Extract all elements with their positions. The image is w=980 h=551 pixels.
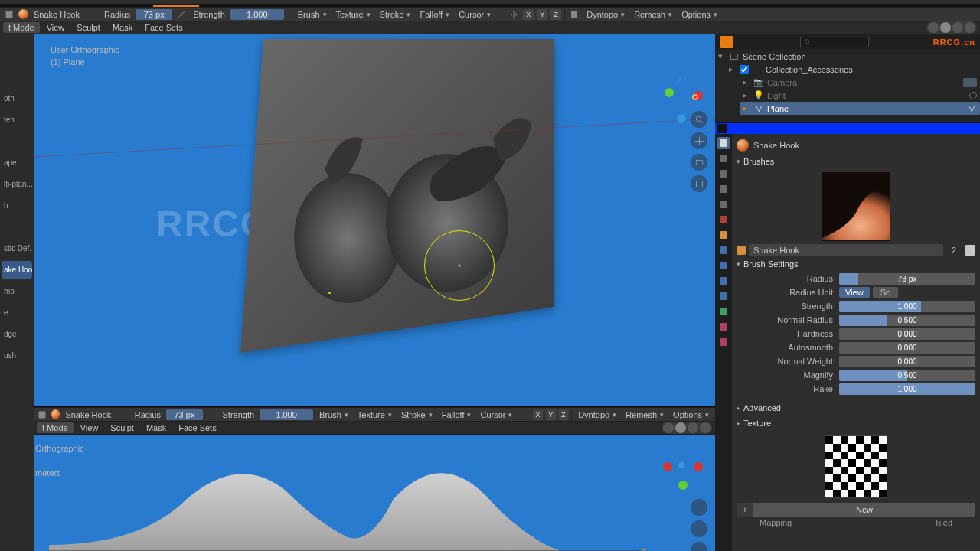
- pressure-radius-icon[interactable]: [206, 409, 217, 421]
- tab-particles[interactable]: [717, 259, 730, 272]
- mirror-icon[interactable]: [508, 8, 520, 21]
- tab-output[interactable]: [717, 168, 730, 180]
- cursor-menu[interactable]: Cursor: [456, 10, 494, 19]
- sculpt-menu[interactable]: Sculpt: [71, 22, 106, 33]
- brush-thumb-icon[interactable]: [18, 9, 28, 19]
- slider[interactable]: 0.000: [839, 342, 975, 354]
- tool-5[interactable]: ape: [2, 154, 32, 171]
- slider[interactable]: 0.000: [839, 328, 975, 340]
- tool-7[interactable]: h: [2, 197, 32, 214]
- facesets-menu[interactable]: Face Sets: [173, 422, 222, 433]
- radius-unit-view[interactable]: View: [839, 287, 870, 298]
- tab-object[interactable]: [717, 229, 730, 241]
- mask-menu[interactable]: Mask: [107, 22, 138, 33]
- tool-8[interactable]: [2, 218, 32, 236]
- viewport-bottom[interactable]: Snake Hook Radius 73 px Strength 1.000 B…: [34, 406, 715, 551]
- slider[interactable]: 73 px: [839, 273, 975, 285]
- mirror-icon[interactable]: [518, 409, 530, 421]
- slider[interactable]: 0.500: [839, 370, 975, 381]
- cursor-menu[interactable]: Cursor: [477, 410, 515, 419]
- brush-menu[interactable]: Brush: [316, 410, 351, 419]
- tab-physics[interactable]: [717, 275, 730, 287]
- editor-type-icon[interactable]: [3, 8, 15, 21]
- tool-11[interactable]: mb: [2, 282, 32, 300]
- mirror-x[interactable]: X: [523, 9, 534, 20]
- strength-field[interactable]: 1.000: [260, 409, 313, 420]
- mode-selector[interactable]: t Mode: [37, 422, 74, 433]
- outliner-item[interactable]: ▸ 💡 Light: [715, 89, 980, 102]
- options-menu[interactable]: Options: [670, 410, 712, 419]
- dyntopo-menu[interactable]: Dyntopo: [583, 10, 628, 19]
- search-input[interactable]: [800, 37, 869, 47]
- tool-9[interactable]: stic Def...: [2, 240, 32, 257]
- camera-icon[interactable]: [691, 154, 707, 171]
- brush-datablock-icon[interactable]: [737, 246, 746, 255]
- nav-gizmo-bottom[interactable]: [660, 441, 706, 487]
- camera-icon[interactable]: [691, 542, 707, 551]
- remesh-menu[interactable]: Remesh: [622, 410, 667, 419]
- slider[interactable]: 1.000: [839, 301, 975, 312]
- face-sets-icon[interactable]: [568, 8, 580, 21]
- tool-1[interactable]: [2, 68, 32, 86]
- add-texture-button[interactable]: +: [737, 503, 753, 517]
- tool-snake-hook[interactable]: ake Hook: [2, 261, 32, 279]
- texture-menu[interactable]: Texture: [354, 410, 395, 419]
- mask-menu[interactable]: Mask: [141, 422, 172, 433]
- tool-13[interactable]: dge: [2, 325, 32, 343]
- tab-material[interactable]: [717, 321, 730, 333]
- brush-menu[interactable]: Brush: [295, 10, 330, 19]
- zoom-icon[interactable]: [691, 499, 707, 516]
- collection-checkbox[interactable]: [740, 65, 749, 74]
- stroke-menu[interactable]: Stroke: [377, 10, 414, 19]
- tab-view-layer[interactable]: [717, 183, 730, 195]
- texture-preview[interactable]: [825, 435, 887, 498]
- falloff-menu[interactable]: Falloff: [416, 10, 452, 19]
- outliner-item-selected[interactable]: ▸ ▽ Plane ▽: [740, 102, 980, 115]
- viewport-top[interactable]: User Orthographic (1) Plane RRCG: [34, 34, 715, 406]
- tool-6[interactable]: lti-plan...: [2, 175, 32, 193]
- dyntopo-menu[interactable]: Dyntopo: [575, 410, 619, 419]
- strength-field[interactable]: 1.000: [230, 9, 284, 20]
- tool-12[interactable]: e: [2, 304, 32, 321]
- outliner-root[interactable]: ▾ Scene Collection: [715, 50, 980, 63]
- outliner[interactable]: ▾ Scene Collection ▸ Collection_Accessor…: [715, 50, 980, 123]
- texture-menu[interactable]: Texture: [333, 10, 374, 19]
- radius-unit-scene[interactable]: Sc: [873, 287, 898, 298]
- outliner-item[interactable]: ▸ Collection_Accessories: [715, 63, 980, 76]
- tool-2[interactable]: oth: [2, 90, 32, 107]
- remesh-menu[interactable]: Remesh: [631, 10, 675, 19]
- slider[interactable]: 1.000: [839, 383, 975, 395]
- mirror-y[interactable]: Y: [537, 9, 547, 20]
- pin-icon[interactable]: [717, 124, 727, 133]
- editor-type-icon[interactable]: [37, 409, 48, 421]
- slider[interactable]: 0.000: [839, 356, 975, 367]
- tab-scene[interactable]: [717, 198, 730, 210]
- sculpt-menu[interactable]: Sculpt: [105, 422, 139, 433]
- brush-name-field[interactable]: Snake Hook: [749, 244, 943, 256]
- radius-field[interactable]: 73 px: [136, 9, 172, 20]
- pressure-radius-icon[interactable]: [175, 8, 188, 21]
- pan-icon[interactable]: [691, 132, 707, 149]
- advanced-panel[interactable]: Advanced: [737, 400, 975, 416]
- scene-icon[interactable]: [720, 36, 733, 48]
- falloff-menu[interactable]: Falloff: [439, 410, 475, 419]
- facesets-menu[interactable]: Face Sets: [139, 22, 188, 33]
- slider[interactable]: 0.500: [839, 315, 975, 326]
- tool-14[interactable]: ush: [2, 347, 32, 364]
- mirror-z[interactable]: Z: [559, 409, 569, 420]
- mirror-z[interactable]: Z: [550, 9, 561, 20]
- brush-preview[interactable]: [822, 172, 890, 241]
- shading-modes[interactable]: [926, 21, 977, 34]
- brush-name[interactable]: Snake Hook: [63, 410, 113, 419]
- tool-3[interactable]: ten: [2, 111, 32, 129]
- view-menu[interactable]: View: [41, 22, 70, 33]
- texture-panel[interactable]: Texture: [737, 416, 975, 431]
- fake-user-checkbox[interactable]: [965, 245, 975, 256]
- tab-mesh[interactable]: [717, 305, 730, 318]
- tab-constraints[interactable]: [717, 290, 730, 302]
- tab-world[interactable]: [717, 214, 730, 226]
- radius-field[interactable]: 73 px: [166, 409, 203, 420]
- view-menu[interactable]: View: [75, 422, 104, 433]
- shading-modes[interactable]: [662, 422, 712, 434]
- options-menu[interactable]: Options: [678, 10, 720, 19]
